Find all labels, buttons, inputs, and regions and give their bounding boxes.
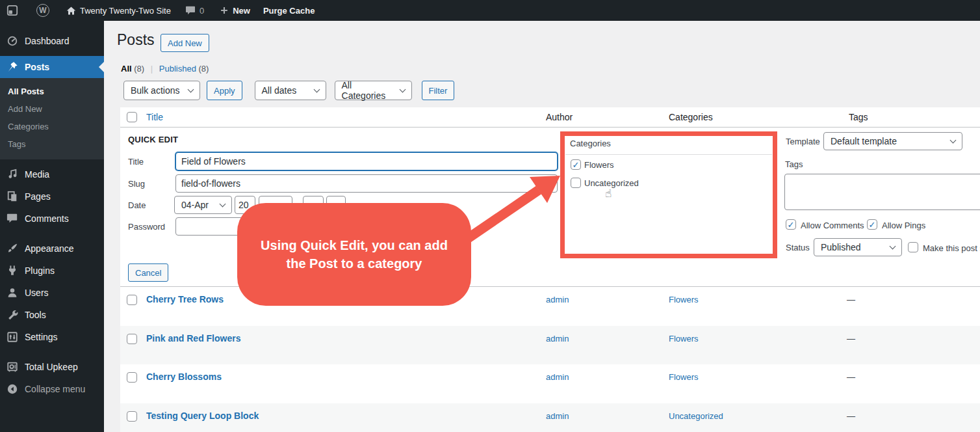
post-tags-value: —	[847, 295, 855, 304]
post-tags-value: —	[847, 411, 855, 421]
divider	[565, 154, 772, 155]
safe-icon	[6, 361, 18, 373]
admin-sidebar: Dashboard Posts All Posts Add New Catego…	[0, 21, 104, 432]
sidebar-label: Total Upkeep	[25, 362, 78, 372]
view-published-link[interactable]: Published	[159, 64, 196, 74]
post-author-link[interactable]: admin	[546, 411, 569, 421]
wordpress-logo-icon: W	[36, 4, 49, 17]
row-checkbox[interactable]	[127, 295, 137, 305]
comments-bubble-button[interactable]: 0	[180, 0, 209, 21]
template-select[interactable]: Default template	[823, 132, 962, 150]
post-title-link[interactable]: Cherry Blossoms	[146, 371, 222, 382]
sidebar-item-total-upkeep[interactable]: Total Upkeep	[0, 356, 104, 378]
dates-filter-select[interactable]: All dates	[255, 81, 326, 100]
post-title-link[interactable]: Testing Query Loop Block	[146, 411, 259, 421]
apply-button[interactable]: Apply	[207, 81, 242, 100]
sidebar-item-users[interactable]: Users	[0, 282, 104, 304]
column-header-author: Author	[546, 112, 573, 122]
categories-filter-select[interactable]: All Categories	[335, 81, 412, 100]
chevron-down-icon	[220, 200, 226, 207]
slug-input[interactable]	[175, 174, 558, 193]
post-category-link[interactable]: Flowers	[669, 334, 699, 344]
post-category-link[interactable]: Flowers	[669, 372, 699, 382]
sidebar-item-tags[interactable]: Tags	[0, 135, 104, 153]
sidebar-label: Tools	[25, 310, 46, 320]
flowers-checkbox[interactable]: ✓	[571, 159, 581, 170]
callout-line1: Using Quick Edit, you can add	[261, 236, 448, 254]
sticky-label: Make this post s	[923, 243, 980, 253]
view-all-link[interactable]: All	[121, 64, 132, 74]
sidebar-item-media[interactable]: Media	[0, 163, 104, 185]
post-category-link[interactable]: Flowers	[669, 295, 699, 304]
sidebar-label: Pages	[25, 191, 51, 202]
post-title-link[interactable]: Cherry Tree Rows	[146, 294, 224, 304]
post-author-link[interactable]: admin	[546, 334, 569, 344]
month-value: 04-Apr	[181, 200, 209, 210]
table-header-row: Title Author Categories Tags	[120, 107, 980, 128]
cancel-button[interactable]: Cancel	[128, 263, 168, 282]
allow-comments-checkbox[interactable]: ✓	[786, 219, 796, 230]
wordpress-admin: W Twenty Twenty-Two Site 0 New Purge Cac…	[0, 0, 980, 432]
view-all-count: (8)	[134, 64, 144, 74]
sidebar-item-pages[interactable]: Pages	[0, 185, 104, 208]
post-category-link[interactable]: Uncategorized	[669, 411, 723, 421]
sidebar-item-categories[interactable]: Categories	[0, 118, 104, 135]
bulk-actions-select[interactable]: Bulk actions	[123, 81, 200, 100]
status-value: Published	[821, 242, 861, 252]
table-row: Testing Query Loop Block admin Uncategor…	[120, 403, 980, 432]
app-menu-button[interactable]	[0, 0, 23, 21]
post-title-link[interactable]: Pink and Red Flowers	[146, 333, 240, 344]
sidebar-item-appearance[interactable]: Appearance	[0, 237, 104, 260]
sidebar-label: Collapse menu	[25, 384, 85, 394]
category-option-flowers[interactable]: ✓ Flowers	[571, 159, 614, 170]
sidebar-item-plugins[interactable]: Plugins	[0, 260, 104, 282]
uncategorized-checkbox[interactable]	[571, 178, 581, 188]
new-button[interactable]: New	[214, 0, 255, 21]
post-tags-value: —	[847, 372, 855, 382]
pushpin-icon	[6, 61, 18, 73]
collapse-arrow-icon	[6, 383, 18, 395]
chevron-down-icon	[313, 86, 320, 92]
sidebar-item-settings[interactable]: Settings	[0, 326, 104, 348]
sidebar-item-collapse-menu[interactable]: Collapse menu	[0, 378, 104, 400]
sidebar-item-all-posts[interactable]: All Posts	[0, 83, 104, 100]
allow-pings-checkbox[interactable]: ✓	[867, 219, 877, 230]
sidebar-item-comments[interactable]: Comments	[0, 208, 104, 230]
wordpress-menu-button[interactable]: W	[31, 0, 55, 21]
status-select[interactable]: Published	[814, 238, 902, 256]
user-icon	[6, 287, 18, 299]
column-header-tags: Tags	[849, 112, 868, 122]
template-label: Template	[786, 137, 820, 146]
home-icon	[66, 6, 76, 16]
month-select[interactable]: 04-Apr	[174, 196, 232, 214]
purge-cache-button[interactable]: Purge Cache	[258, 0, 320, 21]
sidebar-item-posts[interactable]: Posts	[0, 56, 104, 78]
comment-count: 0	[200, 6, 204, 16]
post-author-link[interactable]: admin	[546, 295, 569, 304]
post-author-link[interactable]: admin	[546, 372, 569, 382]
select-all-checkbox[interactable]	[127, 112, 137, 122]
sidebar-label: Dashboard	[25, 36, 70, 46]
add-new-button[interactable]: Add New	[161, 34, 209, 52]
sticky-checkbox[interactable]	[908, 242, 918, 252]
sidebar-item-dashboard[interactable]: Dashboard	[0, 30, 104, 52]
comments-icon	[6, 213, 18, 224]
media-icon	[6, 169, 18, 180]
row-checkbox[interactable]	[127, 372, 137, 383]
filter-button[interactable]: Filter	[422, 81, 455, 100]
chevron-down-icon	[399, 86, 406, 92]
sidebar-label: Settings	[25, 332, 58, 342]
sidebar-item-tools[interactable]: Tools	[0, 304, 104, 326]
dates-filter-value: All dates	[262, 85, 297, 96]
column-header-title[interactable]: Title	[146, 112, 163, 122]
tags-textarea[interactable]	[784, 174, 980, 210]
sidebar-item-add-new[interactable]: Add New	[0, 100, 104, 118]
title-label: Title	[128, 157, 144, 167]
row-checkbox[interactable]	[127, 411, 137, 422]
site-name-link[interactable]: Twenty Twenty-Two Site	[61, 0, 176, 21]
categories-filter-value: All Categories	[342, 80, 395, 101]
pages-icon	[6, 191, 18, 202]
check-icon: ✓	[788, 221, 795, 229]
row-checkbox[interactable]	[127, 334, 137, 344]
title-input[interactable]	[175, 152, 558, 170]
